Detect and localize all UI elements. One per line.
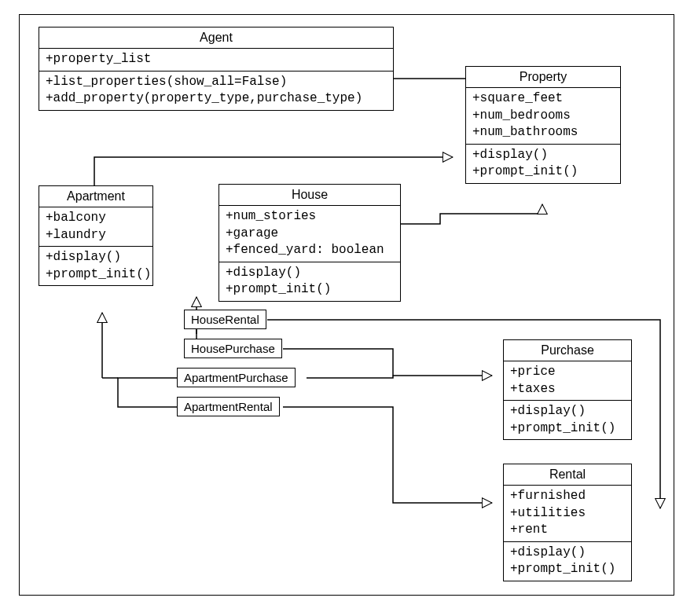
class-attrs: +square_feet +num_bedrooms +num_bathroom…: [466, 88, 620, 145]
class-attrs: +property_list: [39, 49, 393, 72]
class-title: Rental: [504, 464, 631, 486]
class-title: Purchase: [504, 340, 631, 361]
class-purchase: Purchase +price +taxes +display() +promp…: [503, 339, 632, 440]
class-methods: +display() +prompt_init(): [504, 542, 631, 581]
class-title: Apartment: [39, 186, 152, 207]
class-apartment-rental: ApartmentRental: [177, 397, 280, 416]
class-title: Agent: [39, 28, 393, 49]
class-title: House: [219, 185, 400, 206]
class-house-purchase: HousePurchase: [184, 339, 282, 358]
class-methods: +display() +prompt_init(): [39, 247, 152, 285]
class-apartment-purchase: ApartmentPurchase: [177, 368, 296, 387]
class-attrs: +balcony +laundry: [39, 207, 152, 247]
uml-diagram: { "classes": { "agent": { "name": "Agent…: [0, 0, 694, 616]
class-attrs: +price +taxes: [504, 361, 631, 401]
class-rental: Rental +furnished +utilities +rent +disp…: [503, 464, 632, 581]
class-methods: +display() +prompt_init(): [504, 401, 631, 439]
class-methods: +list_properties(show_all=False) +add_pr…: [39, 72, 393, 110]
class-title: Property: [466, 67, 620, 88]
class-house-rental: HouseRental: [184, 310, 266, 329]
class-methods: +display() +prompt_init(): [466, 145, 620, 183]
class-attrs: +num_stories +garage +fenced_yard: boole…: [219, 206, 400, 262]
class-house: House +num_stories +garage +fenced_yard:…: [218, 184, 401, 302]
class-attrs: +furnished +utilities +rent: [504, 486, 631, 542]
class-agent: Agent +property_list +list_properties(sh…: [39, 27, 394, 111]
class-methods: +display() +prompt_init(): [219, 262, 400, 301]
class-property: Property +square_feet +num_bedrooms +num…: [465, 66, 621, 184]
class-apartment: Apartment +balcony +laundry +display() +…: [39, 185, 153, 286]
